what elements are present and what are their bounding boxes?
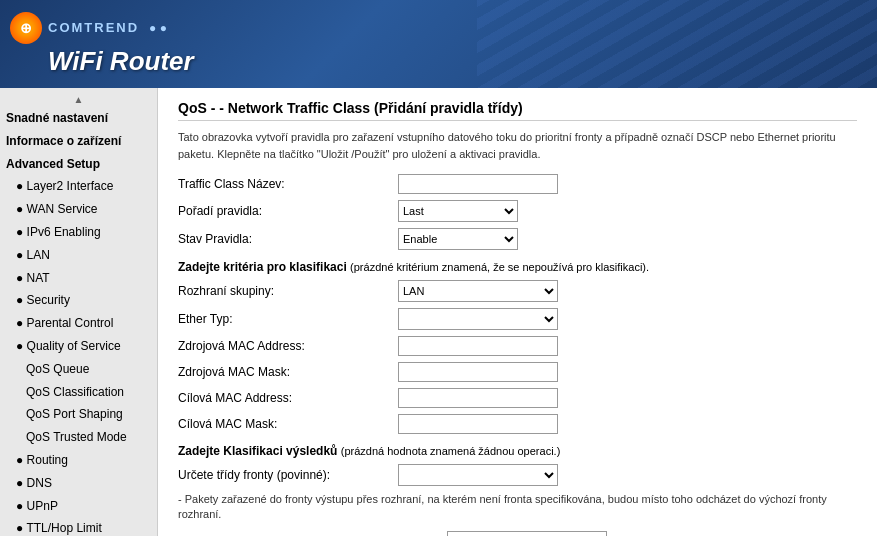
traffic-class-row: Traffic Class Název: <box>178 174 857 194</box>
dot-upnp: ● <box>16 499 27 513</box>
sidebar-item-qos[interactable]: ● Quality of Service <box>0 335 157 358</box>
priority-select[interactable]: Last First 23 <box>398 200 518 222</box>
page-title: QoS - - Network Traffic Class (Přidání p… <box>178 100 857 121</box>
sidebar-item-nat[interactable]: ● NAT <box>0 267 157 290</box>
classification-section-header: Zadejte kritéria pro klasifikaci (prázdn… <box>178 260 857 274</box>
interface-group-label: Rozhraní skupiny: <box>178 284 398 298</box>
dot-routing: ● <box>16 453 27 467</box>
header-decoration <box>477 0 877 88</box>
interface-group-select[interactable]: LAN WAN Any <box>398 280 558 302</box>
dot-layer2: ● <box>16 179 27 193</box>
sidebar-item-ipv6[interactable]: ● IPv6 Enabling <box>0 221 157 244</box>
src-mac-mask-input[interactable] <box>398 362 558 382</box>
sidebar-item-layer2[interactable]: ● Layer2 Interface <box>0 175 157 198</box>
sidebar-item-qos-port[interactable]: QoS Port Shaping <box>0 403 157 426</box>
sidebar-item-easy-setup[interactable]: Snadné nastavení <box>0 107 157 130</box>
sidebar-item-qos-class[interactable]: QoS Classification <box>0 381 157 404</box>
product-name: WiFi Router <box>48 46 194 77</box>
src-mac-row: Zdrojová MAC Address: <box>178 336 857 356</box>
header: ⊕ COMTREND ● ● WiFi Router <box>0 0 877 88</box>
dst-mac-row: Cílová MAC Address: <box>178 388 857 408</box>
src-mac-input[interactable] <box>398 336 558 356</box>
src-mac-mask-label: Zdrojová MAC Mask: <box>178 365 398 379</box>
dot-ipv6: ● <box>16 225 27 239</box>
queue-label: Určete třídy fronty (povinné): <box>178 468 398 482</box>
sidebar: ▲ Snadné nastavení Informace o zařízení … <box>0 88 158 536</box>
sidebar-item-advanced-setup[interactable]: Advanced Setup <box>0 153 157 176</box>
scroll-up-indicator: ▲ <box>0 92 157 107</box>
brand-name: COMTREND <box>48 20 139 35</box>
sidebar-item-parental[interactable]: ● Parental Control <box>0 312 157 335</box>
dot-lan: ● <box>16 248 27 262</box>
status-label: Stav Pravidla: <box>178 232 398 246</box>
ether-type-select[interactable] <box>398 308 558 330</box>
queue-row: Určete třídy fronty (povinné): <box>178 464 857 486</box>
dot-ttl: ● <box>16 521 26 535</box>
sidebar-item-wan[interactable]: ● WAN Service <box>0 198 157 221</box>
dot-parental: ● <box>16 316 27 330</box>
results-note: (prázdná hodnota znamená žádnou operaci.… <box>341 445 561 457</box>
page-description: Tato obrazovka vytvoří pravidla pro zařa… <box>178 129 857 162</box>
brand-dots: ● ● <box>149 21 167 35</box>
dot-security: ● <box>16 293 27 307</box>
sidebar-item-qos-trusted[interactable]: QoS Trusted Mode <box>0 426 157 449</box>
dst-mac-mask-input[interactable] <box>398 414 558 434</box>
main-layout: ▲ Snadné nastavení Informace o zařízení … <box>0 88 877 536</box>
sidebar-item-device-info[interactable]: Informace o zařízení <box>0 130 157 153</box>
dot-dns: ● <box>16 476 27 490</box>
sidebar-item-qos-queue[interactable]: QoS Queue <box>0 358 157 381</box>
queue-note: - Pakety zařazené do fronty výstupu přes… <box>178 492 857 523</box>
content-area: QoS - - Network Traffic Class (Přidání p… <box>158 88 877 536</box>
logo-area: ⊕ COMTREND ● ● WiFi Router <box>10 12 194 77</box>
dst-mac-mask-row: Cílová MAC Mask: <box>178 414 857 434</box>
logo-icon: ⊕ <box>10 12 42 44</box>
ether-type-row: Ether Typ: <box>178 308 857 330</box>
sidebar-item-routing[interactable]: ● Routing <box>0 449 157 472</box>
dst-mac-label: Cílová MAC Address: <box>178 391 398 405</box>
dot-nat: ● <box>16 271 27 285</box>
classification-note: (prázdné kritérium znamená, že se nepouž… <box>350 261 649 273</box>
dot-wan: ● <box>16 202 27 216</box>
dot-qos: ● <box>16 339 27 353</box>
results-section-header: Zadejte Klasifikaci výsledků (prázdná ho… <box>178 444 857 458</box>
sidebar-item-upnp[interactable]: ● UPnP <box>0 495 157 518</box>
status-row: Stav Pravidla: Enable Disable <box>178 228 857 250</box>
dscp-select[interactable] <box>447 531 607 536</box>
traffic-class-input[interactable] <box>398 174 558 194</box>
dst-mac-input[interactable] <box>398 388 558 408</box>
priority-row: Pořadí pravidla: Last First 23 <box>178 200 857 222</box>
queue-select[interactable] <box>398 464 558 486</box>
brand-bar: ⊕ COMTREND ● ● <box>10 12 194 44</box>
traffic-class-label: Traffic Class Název: <box>178 177 398 191</box>
sidebar-item-security[interactable]: ● Security <box>0 289 157 312</box>
status-select[interactable]: Enable Disable <box>398 228 518 250</box>
interface-group-row: Rozhraní skupiny: LAN WAN Any <box>178 280 857 302</box>
sidebar-item-lan[interactable]: ● LAN <box>0 244 157 267</box>
sidebar-item-dns[interactable]: ● DNS <box>0 472 157 495</box>
ether-type-label: Ether Typ: <box>178 312 398 326</box>
sidebar-item-ttl[interactable]: ● TTL/Hop Limit <box>0 517 157 536</box>
src-mac-mask-row: Zdrojová MAC Mask: <box>178 362 857 382</box>
priority-label: Pořadí pravidla: <box>178 204 398 218</box>
src-mac-label: Zdrojová MAC Address: <box>178 339 398 353</box>
dscp-row: Označit Differentiated Service Code Poin… <box>178 531 857 536</box>
dst-mac-mask-label: Cílová MAC Mask: <box>178 417 398 431</box>
